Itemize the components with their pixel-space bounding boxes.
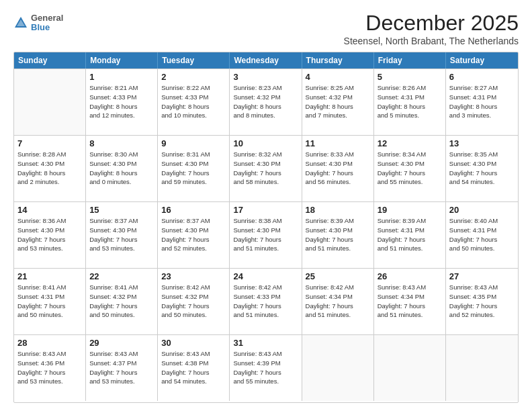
day-info: Sunrise: 8:31 AM Sunset: 4:30 PM Dayligh… xyxy=(161,150,226,187)
cal-cell: 4Sunrise: 8:25 AM Sunset: 4:32 PM Daylig… xyxy=(302,69,374,135)
cal-cell: 8Sunrise: 8:30 AM Sunset: 4:30 PM Daylig… xyxy=(86,136,158,201)
day-number: 23 xyxy=(161,271,226,281)
day-info: Sunrise: 8:32 AM Sunset: 4:30 PM Dayligh… xyxy=(233,150,298,187)
day-info: Sunrise: 8:38 AM Sunset: 4:30 PM Dayligh… xyxy=(233,216,298,253)
cal-cell: 24Sunrise: 8:42 AM Sunset: 4:33 PM Dayli… xyxy=(230,269,302,334)
day-number: 24 xyxy=(233,271,298,281)
calendar-subtitle: Steensel, North Brabant, The Netherlands xyxy=(344,36,519,46)
day-info: Sunrise: 8:30 AM Sunset: 4:30 PM Dayligh… xyxy=(89,150,154,187)
cal-cell: 6Sunrise: 8:27 AM Sunset: 4:31 PM Daylig… xyxy=(446,69,518,135)
day-info: Sunrise: 8:43 AM Sunset: 4:34 PM Dayligh… xyxy=(378,283,442,320)
logo-text: General Blue xyxy=(31,13,63,33)
cal-cell: 16Sunrise: 8:37 AM Sunset: 4:30 PM Dayli… xyxy=(158,202,230,268)
cal-cell: 9Sunrise: 8:31 AM Sunset: 4:30 PM Daylig… xyxy=(158,136,230,201)
day-number: 7 xyxy=(17,138,82,148)
day-info: Sunrise: 8:43 AM Sunset: 4:35 PM Dayligh… xyxy=(449,283,515,320)
day-info: Sunrise: 8:41 AM Sunset: 4:31 PM Dayligh… xyxy=(17,283,82,320)
day-info: Sunrise: 8:42 AM Sunset: 4:32 PM Dayligh… xyxy=(161,283,226,320)
day-info: Sunrise: 8:34 AM Sunset: 4:30 PM Dayligh… xyxy=(378,150,442,187)
day-number: 27 xyxy=(449,271,515,281)
cal-cell: 18Sunrise: 8:39 AM Sunset: 4:30 PM Dayli… xyxy=(302,202,374,268)
cal-cell xyxy=(374,335,446,401)
logo-line1: General xyxy=(31,13,63,23)
cal-cell: 23Sunrise: 8:42 AM Sunset: 4:32 PM Dayli… xyxy=(158,269,230,334)
day-number: 31 xyxy=(233,338,298,348)
day-info: Sunrise: 8:21 AM Sunset: 4:33 PM Dayligh… xyxy=(89,83,154,120)
day-info: Sunrise: 8:37 AM Sunset: 4:30 PM Dayligh… xyxy=(89,216,154,253)
day-number: 9 xyxy=(161,138,226,148)
cal-cell xyxy=(446,335,518,401)
cal-cell xyxy=(14,69,86,135)
day-number: 26 xyxy=(378,271,442,281)
cal-cell: 25Sunrise: 8:42 AM Sunset: 4:34 PM Dayli… xyxy=(302,269,374,334)
day-number: 8 xyxy=(89,138,154,148)
cal-cell: 10Sunrise: 8:32 AM Sunset: 4:30 PM Dayli… xyxy=(230,136,302,201)
day-info: Sunrise: 8:37 AM Sunset: 4:30 PM Dayligh… xyxy=(161,216,226,253)
header-day-saturday: Saturday xyxy=(446,52,518,68)
day-number: 4 xyxy=(306,72,370,82)
cal-cell: 31Sunrise: 8:43 AM Sunset: 4:39 PM Dayli… xyxy=(230,335,302,401)
calendar-week-3: 14Sunrise: 8:36 AM Sunset: 4:30 PM Dayli… xyxy=(14,201,518,268)
day-number: 21 xyxy=(17,271,82,281)
day-number: 3 xyxy=(233,72,298,82)
header-day-sunday: Sunday xyxy=(14,52,86,68)
header-day-wednesday: Wednesday xyxy=(230,52,302,68)
day-number: 6 xyxy=(449,72,515,82)
day-info: Sunrise: 8:33 AM Sunset: 4:30 PM Dayligh… xyxy=(306,150,370,187)
title-block: December 2025 Steensel, North Brabant, T… xyxy=(344,11,519,46)
calendar-week-1: 1Sunrise: 8:21 AM Sunset: 4:33 PM Daylig… xyxy=(14,68,518,135)
cal-cell: 2Sunrise: 8:22 AM Sunset: 4:33 PM Daylig… xyxy=(158,69,230,135)
cal-cell: 13Sunrise: 8:35 AM Sunset: 4:30 PM Dayli… xyxy=(446,136,518,201)
cal-cell: 5Sunrise: 8:26 AM Sunset: 4:31 PM Daylig… xyxy=(374,69,446,135)
day-number: 2 xyxy=(161,72,226,82)
day-number: 30 xyxy=(161,338,226,348)
day-info: Sunrise: 8:43 AM Sunset: 4:37 PM Dayligh… xyxy=(89,349,154,386)
cal-cell xyxy=(302,335,374,401)
cal-cell: 12Sunrise: 8:34 AM Sunset: 4:30 PM Dayli… xyxy=(374,136,446,201)
calendar: SundayMondayTuesdayWednesdayThursdayFrid… xyxy=(13,52,519,403)
cal-cell: 11Sunrise: 8:33 AM Sunset: 4:30 PM Dayli… xyxy=(302,136,374,201)
day-info: Sunrise: 8:23 AM Sunset: 4:32 PM Dayligh… xyxy=(233,83,298,120)
cal-cell: 28Sunrise: 8:43 AM Sunset: 4:36 PM Dayli… xyxy=(14,335,86,401)
logo: General Blue xyxy=(13,13,63,33)
header-day-thursday: Thursday xyxy=(302,52,374,68)
day-number: 13 xyxy=(449,138,515,148)
cal-cell: 20Sunrise: 8:40 AM Sunset: 4:31 PM Dayli… xyxy=(446,202,518,268)
cal-cell: 19Sunrise: 8:39 AM Sunset: 4:31 PM Dayli… xyxy=(374,202,446,268)
day-info: Sunrise: 8:41 AM Sunset: 4:32 PM Dayligh… xyxy=(89,283,154,320)
calendar-week-5: 28Sunrise: 8:43 AM Sunset: 4:36 PM Dayli… xyxy=(14,334,518,401)
day-info: Sunrise: 8:26 AM Sunset: 4:31 PM Dayligh… xyxy=(378,83,442,120)
cal-cell: 3Sunrise: 8:23 AM Sunset: 4:32 PM Daylig… xyxy=(230,69,302,135)
day-number: 17 xyxy=(233,205,298,215)
day-info: Sunrise: 8:43 AM Sunset: 4:38 PM Dayligh… xyxy=(161,349,226,386)
calendar-body: 1Sunrise: 8:21 AM Sunset: 4:33 PM Daylig… xyxy=(14,68,518,401)
cal-cell: 22Sunrise: 8:41 AM Sunset: 4:32 PM Dayli… xyxy=(86,269,158,334)
day-info: Sunrise: 8:43 AM Sunset: 4:39 PM Dayligh… xyxy=(233,349,298,386)
calendar-week-2: 7Sunrise: 8:28 AM Sunset: 4:30 PM Daylig… xyxy=(14,135,518,201)
day-number: 29 xyxy=(89,338,154,348)
header: General Blue December 2025 Steensel, Nor… xyxy=(13,11,519,46)
cal-cell: 26Sunrise: 8:43 AM Sunset: 4:34 PM Dayli… xyxy=(374,269,446,334)
day-number: 10 xyxy=(233,138,298,148)
logo-line2: Blue xyxy=(31,23,63,32)
cal-cell: 15Sunrise: 8:37 AM Sunset: 4:30 PM Dayli… xyxy=(86,202,158,268)
calendar-week-4: 21Sunrise: 8:41 AM Sunset: 4:31 PM Dayli… xyxy=(14,268,518,334)
page: General Blue December 2025 Steensel, Nor… xyxy=(0,0,532,411)
logo-icon xyxy=(13,15,28,30)
header-day-monday: Monday xyxy=(86,52,158,68)
cal-cell: 14Sunrise: 8:36 AM Sunset: 4:30 PM Dayli… xyxy=(14,202,86,268)
day-number: 1 xyxy=(89,72,154,82)
day-info: Sunrise: 8:39 AM Sunset: 4:30 PM Dayligh… xyxy=(306,216,370,253)
day-number: 22 xyxy=(89,271,154,281)
calendar-title: December 2025 xyxy=(344,11,519,36)
day-number: 25 xyxy=(306,271,370,281)
day-number: 18 xyxy=(306,205,370,215)
cal-cell: 1Sunrise: 8:21 AM Sunset: 4:33 PM Daylig… xyxy=(86,69,158,135)
cal-cell: 7Sunrise: 8:28 AM Sunset: 4:30 PM Daylig… xyxy=(14,136,86,201)
day-number: 28 xyxy=(17,338,82,348)
cal-cell: 17Sunrise: 8:38 AM Sunset: 4:30 PM Dayli… xyxy=(230,202,302,268)
day-number: 11 xyxy=(306,138,370,148)
day-number: 15 xyxy=(89,205,154,215)
day-info: Sunrise: 8:40 AM Sunset: 4:31 PM Dayligh… xyxy=(449,216,515,253)
cal-cell: 29Sunrise: 8:43 AM Sunset: 4:37 PM Dayli… xyxy=(86,335,158,401)
